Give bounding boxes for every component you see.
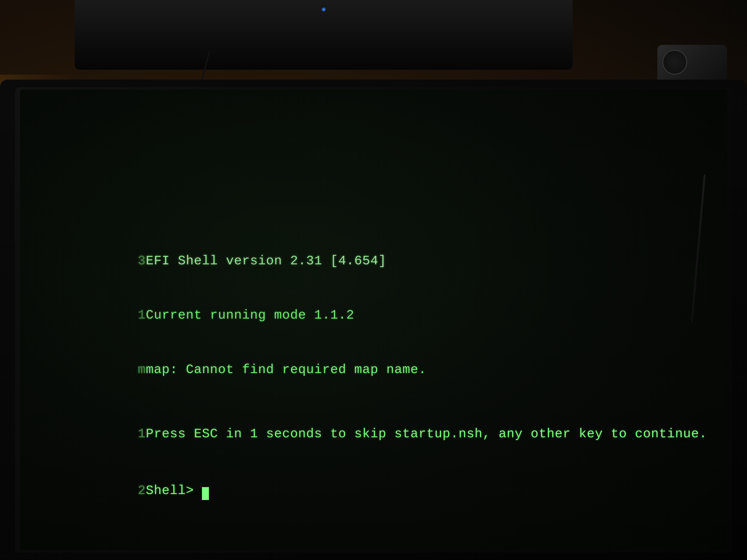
efi-version-text: EFI Shell version 2.31 [4.654] [146,254,386,268]
terminal-content: 3EFI Shell version 2.31 [4.654] 1Current… [89,234,727,518]
monitor-indicator-light [322,7,326,11]
terminal-line-efi-version: 3EFI Shell version 2.31 [4.654] [89,234,727,288]
running-mode-text: Current running mode 1.1.2 [146,308,354,323]
terminal-line-running-mode: 1Current running mode 1.1.2 [89,288,727,343]
line-num-3: m [138,363,146,377]
map-error-text: map: Cannot find required map name. [146,363,426,377]
line-num-2: 1 [138,308,146,323]
terminal-line-prompt[interactable]: 2Shell> [89,464,727,518]
right-device-lens [662,50,687,75]
terminal-line-map-error: mmap: Cannot find required map name. [89,343,727,397]
line-num-5: 1 [138,427,146,441]
terminal-screen[interactable]: 3EFI Shell version 2.31 [4.654] 1Current… [20,89,727,550]
top-monitor [75,0,573,70]
line-num-1: 3 [138,254,146,268]
terminal-line-press-esc: 1Press ESC in 1 seconds to skip startup.… [89,407,727,461]
shell-prompt-text: Shell> [146,483,202,498]
terminal-spacer [89,397,727,407]
press-esc-text: Press ESC in 1 seconds to skip startup.n… [146,427,707,441]
terminal-cursor [202,487,209,500]
line-num-6: 2 [138,483,146,498]
